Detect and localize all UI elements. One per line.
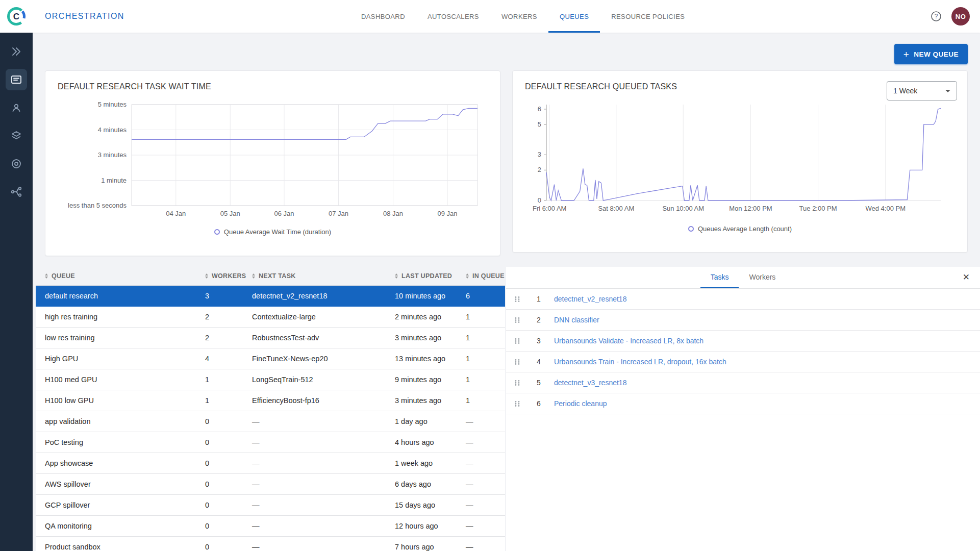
tasks-panel-tabs: Tasks Workers ✕	[506, 267, 980, 289]
cell-workers: 0	[205, 459, 252, 467]
main-nav: DASHBOARD AUTOSCALERS WORKERS QUEUES RES…	[350, 0, 696, 33]
column-header-last-updated[interactable]: LAST UPDATED	[395, 272, 466, 280]
sidebar-item-pipelines[interactable]	[6, 181, 27, 203]
table-row[interactable]: Product sandbox 0 — 7 hours ago —	[36, 537, 505, 551]
cell-queue: PoC testing	[36, 438, 205, 446]
tab-workers[interactable]: Workers	[739, 267, 786, 288]
nav-resource-policies[interactable]: RESOURCE POLICIES	[600, 0, 696, 33]
task-row[interactable]: 2 DNN classifier	[506, 310, 980, 331]
sort-icon	[252, 273, 255, 279]
time-range-value: 1 Week	[893, 87, 917, 95]
table-row[interactable]: H100 low GPU 1 EfficiencyBoost-fp16 3 mi…	[36, 390, 505, 411]
table-row[interactable]: AWS spillover 0 — 6 days ago —	[36, 474, 505, 495]
table-row[interactable]: GCP spillover 0 — 15 days ago —	[36, 495, 505, 516]
drag-handle-icon[interactable]	[514, 317, 537, 323]
svg-text:Tue 2:00 PM: Tue 2:00 PM	[799, 205, 837, 212]
column-label: NEXT TASK	[259, 272, 296, 280]
svg-text:Fri 6:00 AM: Fri 6:00 AM	[533, 205, 566, 212]
queues-icon	[10, 73, 22, 86]
sidebar-item-applications[interactable]	[6, 153, 27, 174]
table-row[interactable]: PoC testing 0 — 4 hours ago —	[36, 432, 505, 453]
nav-queues[interactable]: QUEUES	[548, 0, 600, 33]
svg-text:Sat 8:00 AM: Sat 8:00 AM	[598, 205, 634, 212]
task-link[interactable]: Periodic cleanup	[554, 399, 980, 408]
table-row[interactable]: App showcase 0 — 1 week ago —	[36, 453, 505, 474]
drag-handle-icon[interactable]	[514, 400, 537, 407]
svg-text:07 Jan: 07 Jan	[329, 210, 348, 217]
task-row[interactable]: 5 detectnet_v3_resnet18	[506, 372, 980, 393]
column-header-in-queue[interactable]: IN QUEUE	[466, 272, 505, 280]
task-row[interactable]: 4 Urbansounds Train - Increased LR, drop…	[506, 352, 980, 372]
task-row[interactable]: 3 Urbansounds Validate - Increased LR, 8…	[506, 331, 980, 352]
task-index: 4	[537, 358, 554, 366]
time-range-select[interactable]: 1 Week	[887, 81, 957, 101]
table-row[interactable]: QA monitoring 0 — 12 hours ago —	[36, 516, 505, 537]
table-row[interactable]: app validation 0 — 1 day ago —	[36, 411, 505, 432]
user-avatar[interactable]: NO	[951, 7, 970, 26]
task-link[interactable]: Urbansounds Train - Increased LR, dropou…	[554, 358, 980, 366]
task-link[interactable]: detectnet_v2_resnet18	[554, 295, 980, 303]
task-link[interactable]: DNN classifier	[554, 316, 980, 324]
table-row[interactable]: default research 3 detectnet_v2_resnet18…	[36, 286, 505, 307]
table-row[interactable]: H100 med GPU 1 LongSeqTrain-512 9 minute…	[36, 369, 505, 390]
cell-queue: high res training	[36, 313, 205, 321]
chevron-down-icon	[945, 90, 950, 92]
cell-next-task: RobustnessTest-adv	[252, 334, 395, 342]
task-link[interactable]: Urbansounds Validate - Increased LR, 8x …	[554, 337, 980, 345]
queued-tasks-chart[interactable]: Fri 6:00 AMSat 8:00 AMSun 10:00 AMMon 12…	[525, 98, 956, 221]
sidebar-item-layers[interactable]	[6, 125, 27, 146]
drag-handle-icon[interactable]	[514, 359, 537, 365]
cell-last-updated: 12 hours ago	[395, 522, 466, 530]
sidebar-item-launch[interactable]	[6, 41, 27, 62]
sort-icon	[45, 273, 48, 279]
legend-marker-icon	[688, 226, 694, 232]
drag-handle-icon[interactable]	[514, 296, 537, 303]
cell-in-queue: 1	[466, 334, 505, 342]
cell-workers: 1	[205, 396, 252, 405]
cell-queue: QA monitoring	[36, 522, 205, 530]
wait-time-legend[interactable]: Queue Average Wait Time (duration)	[58, 228, 488, 236]
table-row[interactable]: High GPU 4 FineTuneX-News-ep20 13 minute…	[36, 348, 505, 369]
column-header-next-task[interactable]: NEXT TASK	[252, 272, 395, 280]
cell-workers: 0	[205, 543, 252, 551]
task-row[interactable]: 1 detectnet_v2_resnet18	[506, 289, 980, 310]
svg-text:09 Jan: 09 Jan	[437, 210, 457, 217]
nav-autoscalers[interactable]: AUTOSCALERS	[416, 0, 490, 33]
drag-handle-icon[interactable]	[514, 338, 537, 344]
sidebar-item-queues[interactable]	[6, 69, 27, 90]
cell-workers: 0	[205, 417, 252, 425]
task-index: 3	[537, 337, 554, 345]
cell-workers: 3	[205, 292, 252, 300]
cell-workers: 0	[205, 522, 252, 530]
cell-workers: 0	[205, 480, 252, 488]
table-row[interactable]: high res training 2 Contextualize-large …	[36, 307, 505, 328]
cell-last-updated: 7 hours ago	[395, 543, 466, 551]
column-label: IN QUEUE	[472, 272, 505, 280]
cell-queue: H100 med GPU	[36, 375, 205, 384]
column-header-queue[interactable]: QUEUE	[36, 272, 205, 280]
svg-text:3 minutes: 3 minutes	[98, 151, 127, 159]
drag-handle-icon[interactable]	[514, 380, 537, 386]
queued-tasks-legend[interactable]: Queues Average Length (count)	[525, 225, 955, 233]
cell-in-queue: 1	[466, 396, 505, 405]
column-header-workers[interactable]: WORKERS	[205, 272, 252, 280]
wait-time-chart[interactable]: 04 Jan05 Jan06 Jan07 Jan08 Jan09 Janless…	[58, 98, 489, 224]
cell-in-queue: —	[466, 522, 505, 530]
sidebar-item-workers[interactable]	[6, 97, 27, 118]
close-icon[interactable]: ✕	[963, 272, 970, 283]
cell-in-queue: —	[466, 543, 505, 551]
nav-dashboard[interactable]: DASHBOARD	[350, 0, 416, 33]
task-row[interactable]: 6 Periodic cleanup	[506, 393, 980, 414]
help-icon: ?	[930, 10, 942, 22]
table-row[interactable]: low res training 2 RobustnessTest-adv 3 …	[36, 328, 505, 348]
queue-table-header: QUEUE WORKERS NEXT TASK LAST UPDATED IN …	[36, 267, 505, 285]
clearml-logo[interactable]: C	[0, 7, 33, 26]
cell-next-task: EfficiencyBoost-fp16	[252, 396, 395, 405]
nav-workers[interactable]: WORKERS	[490, 0, 548, 33]
column-label: QUEUE	[52, 272, 75, 280]
task-link[interactable]: detectnet_v3_resnet18	[554, 379, 980, 387]
tab-tasks[interactable]: Tasks	[700, 267, 739, 288]
new-queue-button[interactable]: + NEW QUEUE	[894, 44, 968, 64]
help-button[interactable]: ?	[930, 10, 942, 22]
cell-queue: App showcase	[36, 459, 205, 467]
